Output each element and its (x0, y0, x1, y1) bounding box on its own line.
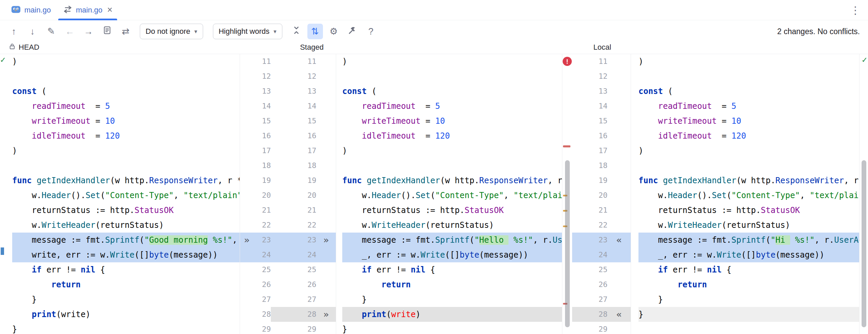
gutter-right-row-26: 26 (572, 277, 631, 292)
apply-non-conflicting-button[interactable]: ⇄ (118, 24, 133, 39)
no-problems-check-icon[interactable]: ✓ (862, 55, 867, 64)
code-line-28[interactable]: print(write) (12, 307, 240, 322)
code-line-11[interactable]: ) (342, 54, 562, 69)
code-line-18[interactable] (342, 158, 562, 173)
diff-icon (63, 5, 72, 16)
code-line-23[interactable]: message := fmt.Sprintf("Hello %s!", r.Us… (342, 233, 562, 247)
tab-main-go-merge[interactable]: main.go × (57, 0, 118, 20)
back-button[interactable]: ← (62, 24, 78, 39)
code-line-12[interactable] (342, 69, 562, 84)
resolve-actions-button[interactable] (345, 24, 360, 39)
code-line-23[interactable]: message := fmt.Sprintf("Good morning %s!… (12, 233, 240, 247)
previous-difference-button[interactable]: ↑ (6, 24, 22, 39)
sync-scrolling-toggle[interactable]: ⇅ (307, 24, 323, 39)
change-stripe-mark[interactable] (1, 247, 4, 255)
code-line-19[interactable]: func getIndexHandler(w http.ResponseWrit… (638, 173, 859, 188)
code-line-23[interactable]: message := fmt.Sprintf("Hi %s!", r.UserA… (638, 233, 859, 247)
local-editor-pane[interactable]: )const ( readTimeout = 5 writeTimeout = … (631, 54, 859, 334)
stripe-mark[interactable] (563, 145, 570, 147)
code-line-16[interactable]: idleTimeout = 120 (12, 128, 240, 143)
code-line-15[interactable]: writeTimeout = 10 (342, 114, 562, 128)
code-line-22[interactable]: w.WriteHeader(returnStatus) (342, 218, 562, 233)
code-line-26[interactable]: return (638, 277, 859, 292)
code-line-25[interactable]: if err != nil { (638, 262, 859, 277)
apply-change-right-icon (316, 218, 336, 233)
code-line-25[interactable]: if err != nil { (12, 262, 240, 277)
code-line-15[interactable]: writeTimeout = 10 (638, 114, 859, 128)
code-line-21[interactable]: returnStatus := http.StatusOK (638, 203, 859, 218)
code-line-13[interactable]: const ( (12, 84, 240, 99)
code-line-27[interactable]: } (342, 292, 562, 307)
center-scrollbar-thumb[interactable] (565, 160, 570, 327)
code-line-17[interactable]: ) (342, 143, 562, 158)
error-indicator-icon[interactable]: ! (563, 57, 572, 66)
code-line-27[interactable]: } (638, 292, 859, 307)
code-line-20[interactable]: w.Header().Set("Content-Type", "text/pla… (12, 188, 240, 203)
code-line-11[interactable]: ) (638, 54, 859, 69)
line-number: 23 (572, 233, 607, 247)
apply-change-right-icon[interactable]: » (316, 307, 336, 322)
code-line-18[interactable] (638, 158, 859, 173)
code-line-19[interactable]: func getIndexHandler(w http.ResponseWrit… (12, 173, 240, 188)
code-line-11[interactable]: ) (12, 54, 240, 69)
edit-source-button[interactable]: ✎ (43, 24, 59, 39)
code-line-18[interactable] (12, 158, 240, 173)
code-line-14[interactable]: readTimeout = 5 (342, 99, 562, 114)
apply-change-left-icon (607, 69, 631, 84)
staged-editor-pane[interactable]: )const ( readTimeout = 5 writeTimeout = … (336, 54, 562, 334)
code-line-26[interactable]: return (12, 277, 240, 292)
close-icon[interactable]: × (107, 5, 113, 15)
code-line-24[interactable]: _, err := w.Write([]byte(message)) (638, 247, 859, 262)
code-line-16[interactable]: idleTimeout = 120 (342, 128, 562, 143)
help-button[interactable]: ? (363, 24, 379, 39)
code-line-25[interactable]: if err != nil { (342, 262, 562, 277)
code-line-16[interactable]: idleTimeout = 120 (638, 128, 859, 143)
apply-change-left-icon (607, 143, 631, 158)
code-line-12[interactable] (638, 69, 859, 84)
code-line-24[interactable]: write, err := w.Write([]byte(message)) (12, 247, 240, 262)
code-line-21[interactable]: returnStatus := http.StatusOK (12, 203, 240, 218)
code-line-13[interactable]: const ( (342, 84, 562, 99)
compare-contents-button[interactable] (99, 24, 115, 39)
no-problems-check-icon[interactable]: ✓ (0, 55, 5, 64)
code-line-15[interactable]: writeTimeout = 10 (12, 114, 240, 128)
head-label: HEAD (19, 43, 39, 52)
settings-button[interactable]: ⚙ (326, 24, 342, 39)
code-line-12[interactable] (12, 69, 240, 84)
code-line-17[interactable]: ) (12, 143, 240, 158)
code-line-29[interactable]: } (342, 322, 562, 334)
kebab-menu-icon[interactable]: ⋮ (850, 4, 861, 17)
head-editor-pane[interactable]: )const ( readTimeout = 5 writeTimeout = … (5, 54, 240, 334)
tab-main-go[interactable]: main.go (5, 0, 57, 20)
forward-button[interactable]: → (81, 24, 96, 39)
right-scrollbar-thumb[interactable] (862, 160, 866, 327)
code-line-24[interactable]: _, err := w.Write([]byte(message)) (342, 247, 562, 262)
code-line-27[interactable]: } (12, 292, 240, 307)
code-line-20[interactable]: w.Header().Set("Content-Type", "text/pla… (342, 188, 562, 203)
code-line-21[interactable]: returnStatus := http.StatusOK (342, 203, 562, 218)
code-line-29[interactable]: } (12, 322, 240, 334)
gutter-left-row-23: »2323» (240, 233, 336, 247)
highlight-policy-dropdown[interactable]: Highlight words ▾ (213, 24, 282, 39)
code-line-28[interactable]: } (638, 307, 859, 322)
apply-change-left-icon[interactable]: « (607, 307, 631, 322)
code-line-26[interactable]: return (342, 277, 562, 292)
next-difference-button[interactable]: ↓ (25, 24, 40, 39)
apply-change-left-icon (607, 292, 631, 307)
code-line-29[interactable] (638, 322, 859, 334)
collapse-unchanged-button[interactable] (289, 24, 304, 39)
code-line-28[interactable]: print(write) (342, 307, 562, 322)
code-line-14[interactable]: readTimeout = 5 (12, 99, 240, 114)
code-line-19[interactable]: func getIndexHandler(w http.ResponseWrit… (342, 173, 562, 188)
code-line-14[interactable]: readTimeout = 5 (638, 99, 859, 114)
code-line-13[interactable]: const ( (638, 84, 859, 99)
code-line-17[interactable]: ) (638, 143, 859, 158)
apply-change-left-icon[interactable]: « (607, 233, 631, 247)
code-line-22[interactable]: w.WriteHeader(returnStatus) (638, 218, 859, 233)
code-line-20[interactable]: w.Header().Set("Content-Type", "text/pla… (638, 188, 859, 203)
apply-change-right-icon[interactable]: » (240, 233, 254, 247)
code-line-22[interactable]: w.WriteHeader(returnStatus) (12, 218, 240, 233)
apply-change-right-icon[interactable]: » (316, 233, 336, 247)
ignore-policy-dropdown[interactable]: Do not ignore ▾ (140, 24, 203, 39)
line-number: 22 (271, 218, 316, 233)
